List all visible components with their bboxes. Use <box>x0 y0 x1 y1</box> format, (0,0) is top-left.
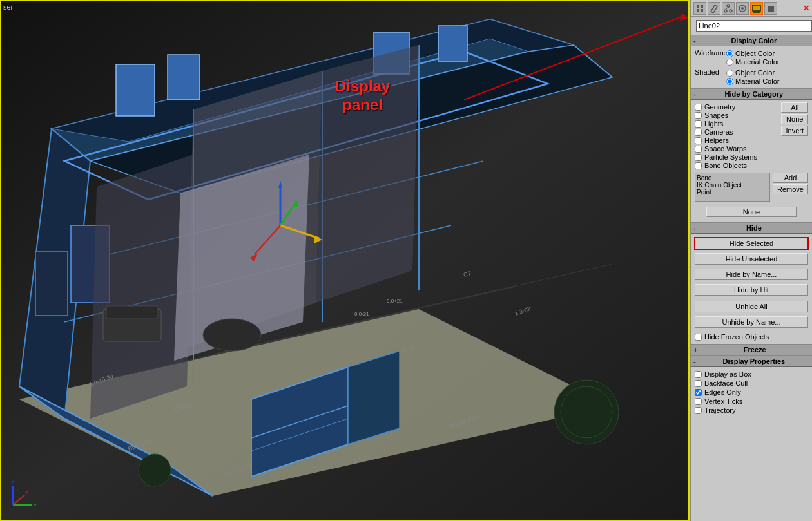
freeze-expand: + <box>693 346 697 354</box>
display-color-header[interactable]: - Display Color <box>691 35 812 46</box>
space-warps-checkbox[interactable] <box>695 146 702 153</box>
vertex-ticks-checkbox[interactable] <box>695 398 702 405</box>
invert-button[interactable]: Invert <box>781 126 808 136</box>
svg-rect-21 <box>168 55 200 100</box>
none-category-button[interactable]: None <box>781 114 808 124</box>
category-checkboxes: Geometry Shapes Lights Cameras <box>695 102 776 170</box>
panel-toolbar: ✕ <box>691 0 812 17</box>
wireframe-material-color-label: Material Color <box>735 58 779 66</box>
ik-chain-label: IK Chain Object <box>697 182 768 189</box>
hide-by-hit-button[interactable]: Hide by Hit <box>695 284 808 296</box>
geometry-checkbox[interactable] <box>695 104 702 111</box>
helpers-row: Helpers <box>695 137 776 144</box>
wireframe-object-color-radio[interactable] <box>726 50 733 57</box>
hide-category-header[interactable]: - Hide by Category <box>691 88 812 100</box>
svg-rect-39 <box>106 306 158 319</box>
display-as-box-label: Display as Box <box>704 370 751 378</box>
wireframe-label: Wireframe: <box>695 49 724 57</box>
freeze-section-title: Freeze <box>700 346 809 354</box>
unhide-by-name-button[interactable]: Unhide by Name... <box>695 316 808 328</box>
hide-by-name-button[interactable]: Hide by Name... <box>695 269 808 280</box>
svg-rect-81 <box>753 5 760 11</box>
shapes-checkbox[interactable] <box>695 112 702 119</box>
remove-button[interactable]: Remove <box>773 184 808 194</box>
display-color-collapse: - <box>693 37 696 44</box>
particle-systems-checkbox[interactable] <box>695 154 702 161</box>
cameras-checkbox[interactable] <box>695 129 702 136</box>
display-tab-icon[interactable] <box>750 2 763 15</box>
lights-row: Lights <box>695 120 776 128</box>
lights-checkbox[interactable] <box>695 120 702 128</box>
hide-frozen-row: Hide Frozen Objects <box>695 333 808 341</box>
svg-rect-86 <box>768 8 774 10</box>
svg-text:0.0-21: 0.0-21 <box>354 311 369 317</box>
display-color-content: Wireframe: Object Color Material Color S… <box>691 46 812 88</box>
edges-only-checkbox[interactable] <box>695 389 702 396</box>
shaded-options: Object Color Material Color <box>726 68 779 86</box>
right-panel: ✕ Line02 - Display Color Wireframe: Obje… <box>690 0 812 521</box>
modify-tab-icon[interactable] <box>708 2 720 15</box>
wireframe-group: Wireframe: Object Color Material Color <box>695 49 808 66</box>
helpers-checkbox[interactable] <box>695 137 702 144</box>
geometry-label: Geometry <box>704 103 735 111</box>
display-as-box-checkbox[interactable] <box>695 371 702 378</box>
point-label: Point <box>697 189 768 196</box>
bone-objects-checkbox[interactable] <box>695 162 702 169</box>
create-tab-icon[interactable] <box>693 2 706 15</box>
all-button[interactable]: All <box>781 102 808 113</box>
add-button[interactable]: Add <box>773 173 808 183</box>
svg-rect-87 <box>768 10 774 12</box>
bone-buttons: Add Remove <box>773 173 808 194</box>
edges-only-row: Edges Only <box>695 388 808 396</box>
trajectory-checkbox[interactable] <box>695 407 702 414</box>
wireframe-material-color-row: Material Color <box>726 58 779 66</box>
bone-label: Bone <box>697 175 768 182</box>
hide-frozen-label: Hide Frozen Objects <box>704 333 769 341</box>
svg-rect-20 <box>116 64 155 116</box>
shaded-material-color-radio[interactable] <box>726 78 733 85</box>
category-buttons-col: All None Invert <box>781 102 808 170</box>
svg-text:X: X <box>25 489 29 495</box>
svg-line-77 <box>726 7 728 10</box>
particle-systems-label: Particle Systems <box>704 153 757 161</box>
shaded-object-color-label: Object Color <box>735 69 775 77</box>
svg-rect-23 <box>438 26 467 61</box>
svg-rect-71 <box>701 5 703 8</box>
object-name-input[interactable]: Line02 <box>696 20 812 32</box>
hide-selected-button[interactable]: Hide Selected <box>695 238 808 249</box>
svg-line-68 <box>13 495 24 505</box>
shaded-object-color-row: Object Color <box>726 69 779 77</box>
freeze-section-header[interactable]: + Freeze <box>691 344 812 355</box>
shaded-label: Shaded: <box>695 68 724 76</box>
hide-section-header[interactable]: - Hide <box>691 222 812 234</box>
hide-frozen-checkbox[interactable] <box>695 334 702 341</box>
backface-cull-checkbox[interactable] <box>695 380 702 387</box>
viewport[interactable]: B5.7/11.4x6 B5.7/11.4x6 1.9 n2 B5.7/1.4x… <box>0 0 690 521</box>
hide-section-title: Hide <box>699 224 809 232</box>
svg-marker-28 <box>316 45 419 303</box>
bone-list: Bone IK Chain Object Point <box>695 173 770 202</box>
utilities-tab-icon[interactable] <box>764 2 777 15</box>
space-warps-label: Space Warps <box>704 145 747 153</box>
display-properties-content: Display as Box Backface Cull Edges Only … <box>691 367 812 417</box>
shaded-object-color-radio[interactable] <box>726 70 733 77</box>
backface-cull-label: Backface Cull <box>704 379 748 387</box>
motion-tab-icon[interactable] <box>736 2 749 15</box>
svg-text:0.0+21: 0.0+21 <box>387 298 403 304</box>
svg-point-76 <box>730 10 732 12</box>
svg-marker-57 <box>348 351 400 444</box>
shaded-material-color-row: Material Color <box>726 77 779 85</box>
geometry-row: Geometry <box>695 103 776 111</box>
hide-unselected-button[interactable]: Hide Unselected <box>695 253 808 265</box>
none-bottom-button[interactable]: None <box>706 207 797 217</box>
wireframe-material-color-radio[interactable] <box>726 59 733 66</box>
unhide-all-button[interactable]: Unhide All <box>695 301 808 312</box>
display-properties-header[interactable]: - Display Properties <box>691 355 812 367</box>
wireframe-options: Object Color Material Color <box>726 49 779 66</box>
edges-only-label: Edges Only <box>704 388 741 396</box>
svg-point-43 <box>139 454 171 486</box>
hierarchy-tab-icon[interactable] <box>722 2 735 15</box>
helpers-label: Helpers <box>704 137 729 144</box>
panel-close-button[interactable]: ✕ <box>803 4 809 13</box>
object-name-container: Line02 <box>691 17 812 35</box>
